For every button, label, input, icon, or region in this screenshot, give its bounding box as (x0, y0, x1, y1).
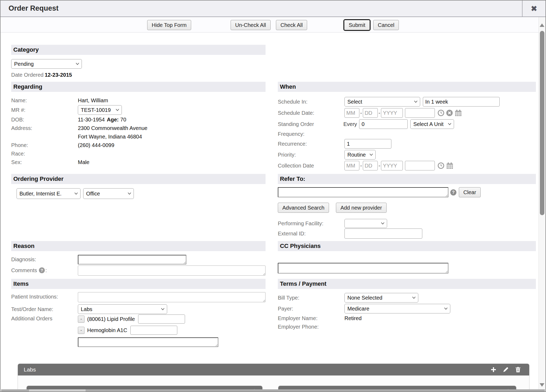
diagnosis-input[interactable] (78, 255, 186, 264)
hide-top-form-button[interactable]: Hide Top Form (147, 20, 191, 30)
date-ordered: Date Ordered 12-23-2015 (11, 72, 266, 78)
order-value-input[interactable] (138, 315, 185, 324)
when-section: When Schedule In: Select Schedule Date: … (278, 82, 536, 171)
employer-name-label: Employer Name: (278, 315, 344, 321)
schedule-in-select[interactable]: Select (344, 97, 420, 107)
regarding-section: Regarding Name:Hart, William MR #: TEST-… (11, 82, 266, 171)
calendar-icon[interactable] (446, 162, 453, 169)
add-new-provider-button[interactable]: Add new provider (336, 203, 387, 213)
chevron-down-icon (381, 222, 385, 225)
cancel-button[interactable]: Cancel (373, 20, 399, 30)
bill-type-select[interactable]: None Selected (344, 293, 418, 303)
clear-date-icon[interactable] (446, 109, 453, 116)
reason-header: Reason (11, 241, 266, 251)
date-ordered-value: 12-23-2015 (45, 72, 72, 78)
order-name: Hemoglobin A1C (87, 327, 127, 333)
scroll-down-icon[interactable] (540, 383, 544, 387)
standing-order-unit-select[interactable]: Select A Unit (410, 119, 454, 129)
patient-name: Hart, William (78, 97, 108, 104)
uncheck-all-button[interactable]: Un-Check All (231, 20, 271, 30)
add-icon[interactable] (490, 366, 497, 373)
category-section: Category Pending Date Ordered 12-23-2015 (11, 45, 266, 78)
labs-panel: Labs Blood (18, 364, 529, 389)
ordering-provider-select[interactable]: Butler, Internist E. (17, 188, 81, 199)
calendar-icon[interactable] (455, 109, 462, 117)
vertical-scrollbar[interactable] (539, 17, 545, 389)
edit-icon[interactable] (503, 366, 509, 373)
standing-order-every-input[interactable] (359, 119, 408, 129)
clear-button[interactable]: Clear (459, 187, 481, 197)
address-label: Address: (11, 125, 78, 131)
collection-time-input[interactable] (405, 161, 435, 170)
check-all-button[interactable]: Check All (276, 20, 307, 30)
help-icon[interactable]: ? (39, 267, 45, 273)
schedule-date-dd[interactable] (363, 108, 378, 118)
cc-physicians-input[interactable] (278, 263, 448, 273)
schedule-time-input[interactable] (405, 108, 435, 118)
reason-section: Reason Diagnosis: Comments ?: (11, 241, 266, 277)
collection-date-label: Collection Date (278, 163, 344, 169)
close-button[interactable]: ✖ (522, 1, 545, 17)
order-value-input[interactable] (130, 326, 177, 335)
schedule-in-input[interactable] (423, 97, 500, 107)
test-order-select[interactable]: Labs (78, 304, 167, 314)
additional-order-row: - Hemoglobin A1C (78, 326, 218, 335)
clock-icon[interactable] (437, 162, 444, 169)
external-id-input[interactable] (344, 228, 422, 239)
chevron-down-icon (369, 153, 373, 156)
chevron-down-icon (74, 192, 78, 195)
refer-to-search-input[interactable] (278, 187, 448, 197)
horizontal-scrollbar-thumb[interactable] (29, 389, 86, 391)
clock-icon[interactable] (437, 109, 444, 116)
remove-order-button[interactable]: - (78, 316, 85, 323)
horizontal-scrollbar[interactable] (1, 389, 545, 391)
dialog-titlebar: Order Request ✖ (1, 1, 545, 17)
payer-select[interactable]: Medicare (344, 304, 450, 313)
schedule-date-yyyy[interactable] (381, 108, 403, 118)
svg-text:?: ? (41, 268, 43, 272)
chevron-down-icon (414, 100, 418, 103)
terms-payment-header: Terms / Payment (278, 279, 536, 289)
frequency-label: Frequency: (278, 131, 344, 137)
order-name: (80061) Lipid Profile (87, 316, 135, 322)
scrollbar-thumb[interactable] (540, 31, 544, 215)
patient-instructions-input[interactable] (78, 292, 266, 302)
additional-orders-label: Additional Orders (11, 315, 78, 322)
advanced-search-button[interactable]: Advanced Search (278, 203, 329, 213)
sex-label: Sex: (11, 159, 78, 165)
collection-date-dd[interactable] (363, 161, 378, 170)
schedule-date-mm[interactable] (344, 108, 359, 118)
test-order-name-label: Test/Order Name: (11, 306, 78, 312)
provider-location-select[interactable]: Office (83, 188, 134, 199)
comments-input[interactable] (78, 266, 266, 276)
additional-orders-input[interactable] (78, 337, 218, 347)
refer-to-section: Refer To: ? Clear Advanced Search Add ne… (278, 174, 536, 239)
date-ordered-label: Date Ordered (11, 72, 43, 78)
submit-button[interactable]: Submit (344, 20, 370, 30)
when-header: When (278, 82, 536, 92)
collection-date-mm[interactable] (344, 161, 359, 170)
mr-select[interactable]: TEST-10019 (78, 105, 122, 115)
address-line1: 2300 Commonwealth Avenue (78, 125, 147, 131)
remove-order-button[interactable]: - (78, 327, 85, 334)
recurrence-input[interactable] (344, 139, 391, 149)
category-select[interactable]: Pending (11, 59, 82, 69)
cc-physicians-header: CC Physicians (278, 241, 536, 251)
priority-select[interactable]: Routine (344, 150, 376, 160)
scroll-up-icon[interactable] (540, 23, 544, 27)
performing-facility-select[interactable] (344, 219, 387, 228)
ordering-provider-header: Ordering Provider (11, 174, 266, 184)
collection-date-yyyy[interactable] (381, 161, 403, 170)
phone-value: (260) 444-0099 (78, 142, 114, 148)
help-icon[interactable]: ? (450, 189, 457, 196)
additional-order-row: - (80061) Lipid Profile (78, 315, 218, 324)
delete-icon[interactable] (515, 366, 521, 373)
chevron-down-icon (444, 307, 448, 310)
standing-order-label: Standing Order (278, 121, 344, 127)
comments-label: Comments ?: (11, 266, 78, 273)
order-request-dialog: Order Request ✖ Hide Top Form Un-Check A… (0, 0, 546, 392)
name-label: Name: (11, 97, 78, 104)
priority-label: Priority: (278, 152, 344, 158)
performing-facility-label: Performing Facility: (278, 220, 344, 227)
terms-payment-section: Terms / Payment Bill Type: None Selected… (278, 279, 536, 348)
